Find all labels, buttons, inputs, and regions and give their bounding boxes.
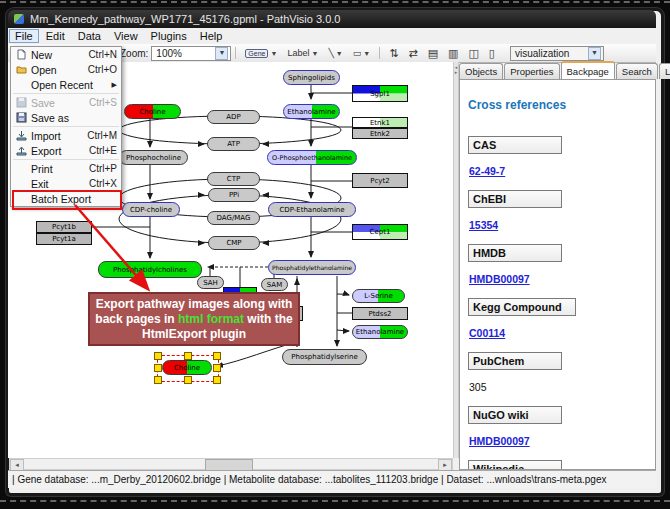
hmdb-link[interactable]: HMDB00097 — [469, 273, 530, 285]
node-phosphatidylcholines[interactable]: Phosphatidylcholines — [98, 261, 202, 278]
node-choline-top[interactable]: Choline — [124, 104, 181, 119]
menu-item-export[interactable]: Export Ctrl+E — [11, 143, 121, 158]
horizontal-scrollbar[interactable]: ◂ ▸ — [9, 458, 453, 470]
menu-help[interactable]: Help — [194, 29, 229, 43]
menu-plugins[interactable]: Plugins — [145, 29, 193, 43]
menu-item-open-recent[interactable]: Open Recent ▶ — [11, 77, 121, 92]
node-ctp[interactable]: CTP — [207, 172, 260, 186]
node-atp[interactable]: ATP — [207, 137, 260, 151]
add-label-button[interactable]: Label ▼ — [283, 45, 322, 61]
zoom-dropdown-icon[interactable]: ▼ — [215, 47, 228, 60]
tab-legend[interactable]: Legend — [659, 63, 670, 79]
visualization-combobox[interactable]: visualization ▼ — [510, 46, 604, 61]
node-pcyt1a[interactable]: Pcyt1a — [36, 233, 92, 245]
node-sam[interactable]: SAM — [261, 278, 288, 291]
menu-separator — [13, 93, 119, 94]
node-sphingolipids[interactable]: Sphingolipids — [283, 70, 340, 85]
selection-handle[interactable] — [213, 376, 221, 384]
selection-handle[interactable] — [213, 364, 221, 372]
node-ethanolamine-top[interactable]: Ethanolamine — [283, 104, 340, 119]
sidebar-tabs: Objects Properties Backpage Search Legen… — [459, 63, 658, 79]
selection-handle[interactable] — [213, 352, 221, 360]
node-phosphocholine[interactable]: Phosphocholine — [119, 150, 188, 165]
section-header-nugo: NuGO wiki — [468, 406, 562, 424]
menu-item-batch-export[interactable]: Batch Export — [11, 191, 121, 206]
chevron-down-icon: ▼ — [270, 50, 277, 57]
zoom-label: Zoom: — [120, 48, 148, 59]
menu-edit[interactable]: Edit — [40, 29, 71, 43]
tab-search[interactable]: Search — [616, 63, 658, 79]
save-icon — [14, 97, 28, 108]
open-folder-icon — [14, 64, 28, 75]
node-cmp[interactable]: CMP — [208, 236, 260, 250]
zoom-combobox[interactable]: 100% ▼ — [151, 46, 231, 61]
common-height-icon: ▯ — [489, 47, 495, 60]
align-horizontal-button[interactable]: ⇄ — [404, 45, 421, 61]
backpage-panel: Cross references CAS 62-49-7 ChEBI 15354… — [459, 79, 656, 470]
selection-handle[interactable] — [184, 376, 192, 384]
nugo-link[interactable]: HMDB00097 — [469, 435, 530, 447]
menu-item-import[interactable]: Import Ctrl+M — [11, 128, 121, 143]
menu-file[interactable]: File — [9, 29, 39, 43]
bottom-dashed-edge — [0, 500, 670, 502]
tab-objects[interactable]: Objects — [459, 63, 503, 79]
node-l-serine[interactable]: L-Serine — [352, 289, 405, 303]
tab-properties[interactable]: Properties — [504, 63, 559, 79]
menu-data[interactable]: Data — [72, 29, 107, 43]
title-bar[interactable]: Mm_Kennedy_pathway_WP1771_45176.gpml - P… — [8, 10, 656, 28]
node-pcyt2[interactable]: Pcyt2 — [352, 173, 408, 188]
tab-backpage[interactable]: Backpage — [561, 61, 615, 80]
common-width-button[interactable]: ◫ — [464, 45, 482, 61]
file-menu-dropdown: New Ctrl+N Open Ctrl+O Open Recent ▶ Sav… — [10, 46, 122, 207]
line-tool-button[interactable]: ╲ ▼ — [324, 45, 346, 61]
section-header-kegg: Kegg Compound — [468, 298, 576, 316]
align-vertical-button[interactable]: ⇅ — [385, 45, 402, 61]
selection-handle[interactable] — [184, 352, 192, 360]
shape-tool-button[interactable]: ▭ ▼ — [349, 45, 374, 61]
node-phosphatidylethanolamine[interactable]: Phosphatidylethanolamine — [268, 260, 356, 275]
stack-columns-button[interactable]: ▥ — [444, 45, 462, 61]
chevron-down-icon: ▼ — [363, 50, 370, 57]
node-cdp-ethanolamine[interactable]: CDP-Ethanolamine — [268, 202, 356, 217]
chebi-link[interactable]: 15354 — [469, 219, 498, 231]
menu-item-exit[interactable]: Exit Ctrl+X — [11, 176, 121, 191]
common-height-button[interactable]: ▯ — [485, 45, 499, 61]
menu-item-new[interactable]: New Ctrl+N — [11, 47, 121, 62]
node-etnk1[interactable]: Etnk1 — [352, 117, 408, 128]
menu-item-open[interactable]: Open Ctrl+O — [11, 62, 121, 77]
stack-rows-icon: ▤ — [428, 47, 438, 60]
new-file-icon — [14, 49, 28, 60]
stack-rows-button[interactable]: ▤ — [424, 45, 442, 61]
menu-separator — [13, 126, 119, 127]
section-header-hmdb: HMDB — [468, 244, 562, 262]
cas-link[interactable]: 62-49-7 — [469, 165, 505, 177]
node-phosphatidylserine[interactable]: Phosphatidylserine — [282, 349, 367, 365]
node-pcyt1b[interactable]: Pcyt1b — [36, 221, 92, 233]
menu-item-save-as[interactable]: Save as — [11, 110, 121, 125]
node-ppi[interactable]: PPi — [208, 188, 260, 202]
kegg-link[interactable]: C00114 — [469, 327, 505, 339]
node-adp[interactable]: ADP — [207, 110, 260, 124]
selection-handle[interactable] — [154, 376, 162, 384]
submenu-arrow-icon: ▶ — [112, 81, 117, 89]
node-ethanolamine-bottom[interactable]: Ethanolamine — [352, 325, 408, 339]
chevron-down-icon: ▼ — [336, 50, 343, 57]
common-width-icon: ◫ — [468, 47, 478, 60]
node-cept1[interactable]: Cept1 — [352, 224, 408, 240]
node-dag-mag[interactable]: DAG/MAG — [207, 211, 260, 225]
screenshot-stage: Mm_Kennedy_pathway_WP1771_45176.gpml - P… — [0, 0, 670, 509]
selection-handle[interactable] — [154, 364, 162, 372]
visualization-dropdown-icon[interactable]: ▼ — [588, 47, 601, 60]
status-bar: | Gene database: ...m_Derby_20120602.bri… — [8, 470, 656, 488]
node-cdp-choline[interactable]: CDP-choline — [122, 202, 180, 217]
menu-item-save[interactable]: Save Ctrl+S — [11, 95, 121, 110]
menu-item-print[interactable]: Print Ctrl+P — [11, 161, 121, 176]
node-o-phosphoethanolamine[interactable]: O-Phosphoethanolamine — [267, 150, 357, 165]
node-etnk2[interactable]: Etnk2 — [352, 128, 408, 139]
node-sah[interactable]: SAH — [197, 276, 224, 289]
add-gene-button[interactable]: Gene ▼ — [241, 45, 281, 61]
menu-view[interactable]: View — [108, 29, 144, 43]
selection-handle[interactable] — [154, 352, 162, 360]
node-ptdss2[interactable]: Ptdss2 — [352, 307, 408, 320]
node-sgpl1[interactable]: Sgpl1 — [352, 85, 408, 102]
